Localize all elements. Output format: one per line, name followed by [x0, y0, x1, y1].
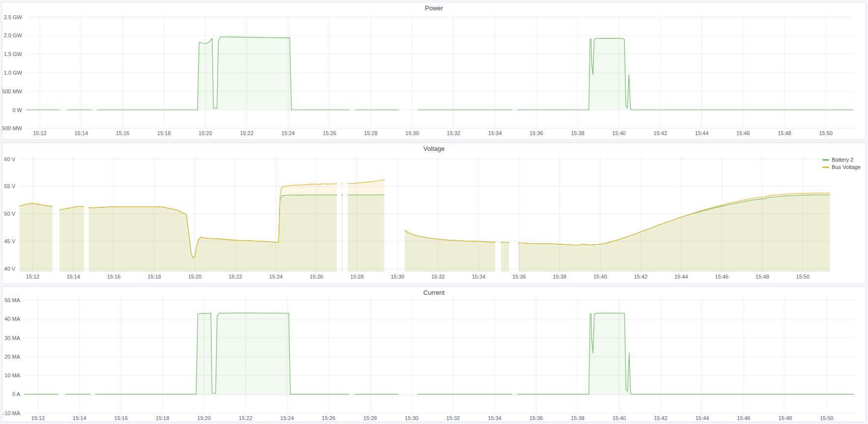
y-tick-label: -10 MA: [3, 410, 21, 416]
panel-current: Current 50 MA40 MA30 MA20 MA10 MA0 A-10 …: [2, 286, 866, 422]
power-chart[interactable]: 2.5 GW2.0 GW1.5 GW1.0 GW500 MW0 W-500 MW…: [2, 2, 866, 140]
x-tick-label: 15:24: [281, 130, 295, 136]
x-tick-label: 15:46: [737, 415, 751, 421]
x-tick-label: 15:40: [612, 130, 626, 136]
x-tick-label: 15:24: [280, 415, 294, 421]
y-tick-label: 30 MA: [4, 335, 20, 341]
y-tick-label: 50 V: [4, 211, 15, 217]
x-tick-label: 15:18: [156, 415, 169, 421]
y-tick-label: 2.5 GW: [4, 14, 23, 20]
x-tick-label: 15:50: [820, 415, 834, 421]
bus-voltage-swatch-icon: [822, 167, 829, 168]
x-tick-label: 15:44: [674, 274, 688, 280]
x-tick-label: 15:30: [405, 415, 419, 421]
y-tick-label: 55 V: [4, 183, 15, 189]
x-tick-label: 15:26: [322, 415, 336, 421]
x-tick-label: 15:12: [31, 415, 45, 421]
x-tick-label: 15:22: [239, 415, 252, 421]
legend-item-battery-2[interactable]: Battery 2: [822, 157, 861, 163]
x-tick-label: 15:34: [488, 130, 502, 136]
x-tick-label: 15:32: [447, 130, 461, 136]
x-tick-label: 15:42: [654, 130, 668, 136]
panel-voltage: Voltage 60 V55 V50 V45 V40 V15:1215:1415…: [2, 142, 866, 284]
bus-voltage-plot: [20, 180, 830, 272]
current-chart[interactable]: 50 MA40 MA30 MA20 MA10 MA0 A-10 MA15:121…: [2, 287, 866, 422]
series-area: [27, 37, 853, 110]
panel-voltage-title[interactable]: Voltage: [2, 143, 866, 155]
x-tick-label: 15:36: [530, 415, 543, 421]
y-tick-label: 10 MA: [4, 372, 20, 378]
dashboard: Power 2.5 GW2.0 GW1.5 GW1.0 GW500 MW0 W-…: [0, 0, 868, 424]
x-tick-label: 15:34: [488, 415, 502, 421]
series-area: [25, 313, 854, 394]
x-tick-label: 15:16: [107, 274, 121, 280]
x-tick-label: 15:48: [779, 415, 792, 421]
x-tick-label: 15:42: [634, 274, 648, 280]
x-tick-label: 15:18: [157, 130, 171, 136]
y-tick-label: 45 V: [4, 238, 15, 244]
legend-label-battery-2: Battery 2: [832, 157, 853, 163]
y-tick-label: 20 MA: [4, 354, 20, 360]
x-tick-label: 15:44: [695, 130, 709, 136]
voltage-chart[interactable]: 60 V55 V50 V45 V40 V15:1215:1415:1615:18…: [2, 143, 866, 283]
x-tick-label: 15:38: [553, 274, 566, 280]
x-tick-label: 15:14: [75, 130, 88, 136]
x-tick-label: 15:32: [447, 415, 460, 421]
y-tick-label: 0 W: [12, 107, 22, 113]
x-tick-label: 15:28: [350, 274, 364, 280]
panel-current-title[interactable]: Current: [2, 287, 866, 299]
x-tick-label: 15:44: [696, 415, 709, 421]
x-tick-label: 15:40: [613, 415, 626, 421]
legend-item-bus-voltage[interactable]: Bus Voltage: [822, 164, 861, 170]
x-tick-label: 15:22: [240, 130, 253, 136]
series-plot: [27, 37, 853, 110]
x-tick-label: 15:38: [571, 415, 585, 421]
x-tick-label: 15:14: [73, 415, 86, 421]
y-tick-label: 60 V: [4, 156, 15, 162]
x-tick-label: 15:16: [116, 130, 130, 136]
y-tick-label: 0 A: [12, 391, 21, 397]
x-tick-label: 15:36: [512, 274, 526, 280]
x-tick-label: 15:50: [819, 130, 833, 136]
y-tick-label: 1.5 GW: [4, 51, 23, 57]
x-tick-label: 15:28: [364, 130, 378, 136]
x-tick-label: 15:30: [391, 274, 404, 280]
series-area: [20, 180, 830, 272]
x-tick-label: 15:20: [188, 274, 202, 280]
x-tick-label: 15:26: [323, 130, 336, 136]
voltage-legend: Battery 2 Bus Voltage: [822, 157, 861, 170]
grid: 2.5 GW2.0 GW1.5 GW1.0 GW500 MW0 W-500 MW…: [2, 14, 854, 136]
battery-2-swatch-icon: [822, 159, 829, 161]
x-tick-label: 15:18: [147, 274, 161, 280]
x-tick-label: 15:14: [66, 274, 80, 280]
x-tick-label: 15:48: [756, 274, 769, 280]
x-tick-label: 15:36: [530, 130, 543, 136]
grid: 50 MA40 MA30 MA20 MA10 MA0 A-10 MA15:121…: [3, 297, 855, 421]
x-tick-label: 15:30: [405, 130, 419, 136]
x-tick-label: 15:20: [198, 130, 212, 136]
x-tick-label: 15:12: [33, 130, 47, 136]
y-tick-label: 40 V: [4, 266, 15, 272]
x-tick-label: 15:26: [309, 274, 323, 280]
series-plot: [25, 313, 854, 394]
x-tick-label: 15:40: [593, 274, 607, 280]
x-tick-label: 15:24: [269, 274, 283, 280]
x-tick-label: 15:42: [654, 415, 668, 421]
x-tick-label: 15:46: [736, 130, 750, 136]
x-tick-label: 15:20: [197, 415, 211, 421]
x-tick-label: 15:46: [715, 274, 729, 280]
y-tick-label: 40 MA: [4, 316, 20, 322]
series-line: [25, 313, 854, 394]
series-line: [27, 37, 853, 110]
panel-power: Power 2.5 GW2.0 GW1.5 GW1.0 GW500 MW0 W-…: [2, 2, 866, 140]
x-tick-label: 15:50: [796, 274, 810, 280]
x-tick-label: 15:32: [431, 274, 445, 280]
x-tick-label: 15:12: [26, 274, 40, 280]
panel-power-title[interactable]: Power: [2, 2, 866, 14]
y-tick-label: 500 MW: [2, 88, 23, 94]
x-tick-label: 15:34: [472, 274, 485, 280]
x-tick-label: 15:28: [364, 415, 377, 421]
y-tick-label: 1.0 GW: [4, 70, 23, 76]
y-tick-label: -500 MW: [2, 125, 23, 131]
x-tick-label: 15:48: [778, 130, 791, 136]
